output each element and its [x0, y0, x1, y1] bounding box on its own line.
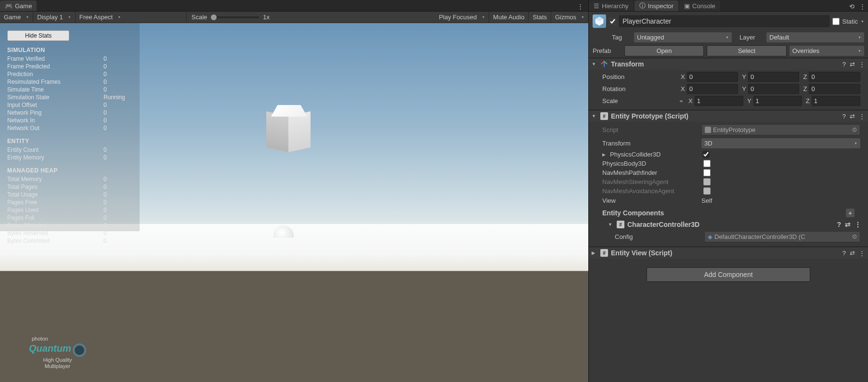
component-entity-view-header[interactable]: ▶ # Entity View (Script) ?⇄⋮ — [589, 247, 868, 259]
stats-row: Frame Verified0 — [7, 55, 132, 63]
static-checkbox[interactable] — [832, 18, 840, 25]
stats-row: Pages Free0 — [7, 198, 132, 206]
foldout-icon[interactable]: ▼ — [592, 62, 597, 66]
stats-row: Frame Predicted0 — [7, 63, 132, 70]
game-mode-dropdown[interactable]: Game — [0, 12, 33, 23]
object-picker-icon[interactable]: ⊙ — [852, 233, 857, 240]
gizmos-dropdown[interactable]: Gizmos — [551, 12, 588, 23]
navmeshsteering-label: NavMeshSteeringAgent — [602, 178, 703, 185]
tab-game[interactable]: 🎮 Game — [0, 0, 37, 11]
scale-slider[interactable]: Scale 1x — [187, 13, 274, 21]
game-view[interactable]: Hide Stats SIMULATION Frame Verified0Fra… — [0, 23, 588, 382]
foldout-icon[interactable]: ▶ — [602, 152, 608, 157]
context-menu-icon[interactable]: ⋮ — [859, 113, 865, 120]
static-dropdown-icon[interactable]: ▼ — [861, 20, 864, 23]
preset-icon[interactable]: ⇄ — [845, 221, 851, 228]
help-icon[interactable]: ? — [842, 113, 846, 120]
preset-icon[interactable]: ⇄ — [850, 61, 855, 68]
stats-row: Total Memory0 — [7, 175, 132, 183]
tab-context-menu-icon[interactable]: ⋮ — [857, 2, 868, 11]
preset-icon[interactable]: ⇄ — [850, 113, 855, 120]
mute-audio-toggle[interactable]: Mute Audio — [489, 12, 528, 23]
help-icon[interactable]: ? — [842, 61, 846, 68]
position-z-field[interactable] — [809, 72, 860, 82]
tag-dropdown[interactable]: Untagged — [634, 32, 732, 42]
physicsbody3d-label: PhysicsBody3D — [602, 160, 703, 167]
help-icon[interactable]: ? — [842, 250, 846, 257]
position-x-field[interactable] — [687, 72, 738, 82]
stats-row: Bytes Allocated0 — [7, 222, 132, 229]
position-y-field[interactable] — [748, 72, 800, 82]
foldout-icon[interactable]: ▶ — [592, 250, 597, 255]
scale-y-field[interactable] — [753, 96, 802, 106]
stats-header-entity: ENTITY — [7, 138, 132, 145]
tab-context-menu-icon[interactable]: ⋮ — [575, 2, 585, 11]
add-entity-component-button[interactable]: + — [846, 209, 855, 217]
context-menu-icon[interactable]: ⋮ — [855, 221, 861, 228]
lock-icon[interactable]: ⟲ — [847, 2, 857, 11]
stats-row: Prediction0 — [7, 70, 132, 78]
tab-hierarchy[interactable]: ☰ Hierarchy — [589, 0, 634, 11]
tab-game-label: Game — [15, 2, 32, 10]
stats-row: Total Pages0 — [7, 183, 132, 191]
physicsbody3d-checkbox[interactable] — [703, 160, 711, 167]
component-transform-header[interactable]: ▼ Transform ?⇄⋮ — [589, 58, 868, 70]
scale-x-field[interactable] — [695, 96, 743, 106]
rotation-x-field[interactable] — [687, 84, 738, 94]
navmeshpathfinder-checkbox[interactable] — [703, 169, 711, 176]
entity-components-header: Entity Components + — [593, 206, 864, 219]
rotation-y-field[interactable] — [748, 84, 800, 94]
gamepad-icon: 🎮 — [5, 2, 13, 10]
gameobject-active-checkbox[interactable] — [609, 18, 616, 25]
config-label: Config — [615, 233, 701, 240]
static-label: Static — [842, 18, 858, 25]
charactercontroller3d-header[interactable]: ▼ # CharacterController3D ?⇄⋮ — [605, 219, 864, 230]
stats-row: Entity Count0 — [7, 146, 132, 154]
config-field[interactable]: ◈DefaultCharacterController3D (C⊙ — [704, 231, 860, 242]
tab-inspector[interactable]: ⓘ Inspector — [635, 0, 678, 11]
script-field[interactable]: EntityPrototype⊙ — [701, 124, 860, 135]
prefab-open-button[interactable]: Open — [624, 45, 704, 56]
stats-row: Total Usage0 — [7, 191, 132, 198]
context-menu-icon[interactable]: ⋮ — [859, 250, 865, 257]
navmeshavoidance-label: NavMeshAvoidanceAgent — [602, 187, 703, 195]
transform-icon — [600, 60, 608, 68]
prefab-overrides-dropdown[interactable]: Overrides — [790, 46, 864, 56]
tab-console[interactable]: ▣ Console — [679, 0, 720, 11]
proto-transform-dropdown[interactable]: 3D — [701, 138, 860, 148]
scale-value: 1x — [263, 13, 270, 21]
preset-icon[interactable]: ⇄ — [850, 250, 855, 257]
stats-header-simulation: SIMULATION — [7, 47, 132, 53]
object-picker-icon[interactable]: ⊙ — [852, 126, 857, 133]
foldout-icon[interactable]: ▼ — [592, 114, 597, 119]
view-value: Self — [701, 197, 712, 204]
scale-link-icon[interactable]: ⚭ — [679, 98, 684, 105]
navmeshpathfinder-label: NavMeshPathfinder — [602, 169, 703, 176]
rotation-z-field[interactable] — [809, 84, 860, 94]
hide-stats-button[interactable]: Hide Stats — [7, 30, 69, 41]
foldout-icon[interactable]: ▼ — [608, 222, 614, 227]
display-dropdown[interactable]: Display 1 — [33, 12, 75, 23]
cube-object — [266, 105, 312, 151]
gear-icon — [73, 343, 86, 357]
physicscollider3d-label: PhysicsCollider3D — [610, 151, 702, 158]
scale-z-field[interactable] — [812, 96, 860, 106]
focus-dropdown[interactable]: Play Focused — [435, 12, 489, 23]
prefab-select-button[interactable]: Select — [707, 45, 786, 56]
physicscollider3d-checkbox[interactable] — [702, 151, 710, 158]
stats-header-heap: MANAGED HEAP — [7, 167, 132, 174]
stats-overlay: Hide Stats SIMULATION Frame Verified0Fra… — [0, 23, 140, 231]
background-brown — [0, 271, 588, 382]
component-entity-prototype-header[interactable]: ▼ # Entity Prototype (Script) ?⇄⋮ — [589, 110, 868, 122]
gameobject-cube-icon[interactable] — [593, 14, 606, 28]
context-menu-icon[interactable]: ⋮ — [859, 61, 865, 68]
gameobject-name-field[interactable] — [619, 15, 829, 27]
layer-dropdown[interactable]: Default — [766, 32, 864, 42]
stats-toggle[interactable]: Stats — [529, 12, 551, 23]
asset-icon: ◈ — [708, 233, 713, 240]
help-icon[interactable]: ? — [837, 221, 841, 228]
hierarchy-icon: ☰ — [594, 2, 599, 10]
stats-row: Pages Full0 — [7, 214, 132, 222]
add-component-button[interactable]: Add Component — [647, 267, 810, 282]
aspect-dropdown[interactable]: Free Aspect — [76, 12, 186, 23]
